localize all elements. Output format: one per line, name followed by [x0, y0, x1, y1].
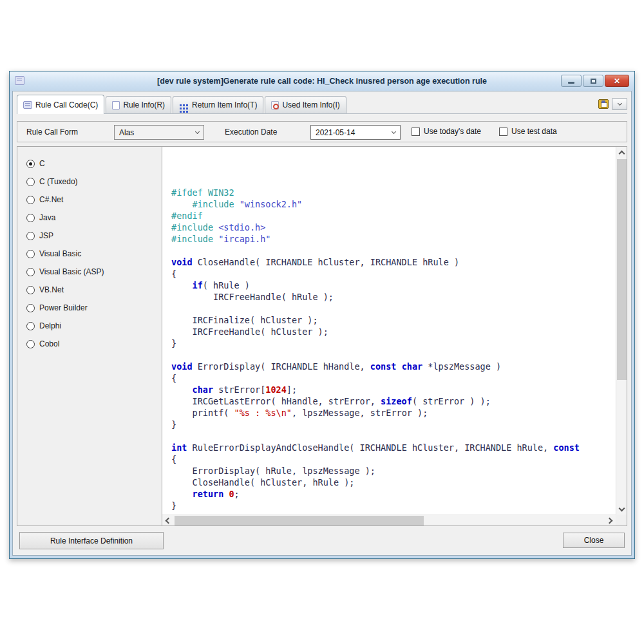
horizontal-scrollbar[interactable]: [162, 515, 616, 526]
code-line: {: [171, 453, 616, 465]
code-editor[interactable]: #ifdef WIN32 #include "winsock2.h"#endif…: [162, 147, 616, 515]
title-bar[interactable]: [dev rule system]Generate rule call code…: [10, 71, 634, 91]
radio-button[interactable]: [26, 178, 35, 186]
execution-date-select[interactable]: 2021-05-14: [310, 125, 401, 140]
radio-button[interactable]: [26, 232, 35, 240]
language-option-vb-net[interactable]: VB.Net: [26, 281, 162, 299]
minimize-button[interactable]: [561, 75, 582, 87]
code-line: void CloseHandle( IRCHANDLE hCluster, IR…: [171, 256, 616, 268]
scroll-right-button[interactable]: [605, 515, 616, 526]
radio-button[interactable]: [26, 160, 35, 168]
rule-call-form-value: Alas: [119, 128, 134, 137]
chevron-up-icon: [619, 150, 625, 156]
rule-call-code-icon: [23, 101, 32, 109]
rule-interface-definition-button[interactable]: Rule Interface Definition: [19, 532, 164, 549]
radio-button[interactable]: [26, 304, 35, 312]
radio-label: Visual Basic: [39, 249, 81, 258]
language-option-c[interactable]: C: [26, 155, 162, 173]
code-line: IRCFinalize( hCluster );: [171, 314, 616, 326]
tab-rule-call-code-c[interactable]: Rule Call Code(C): [17, 95, 104, 114]
tab-return-item-info-t[interactable]: Return Item Info(T): [173, 96, 263, 113]
radio-label: Visual Basic (ASP): [39, 267, 104, 276]
language-option-cobol[interactable]: Cobol: [26, 335, 162, 353]
radio-label: VB.Net: [39, 285, 64, 294]
vertical-scroll-thumb[interactable]: [617, 159, 627, 380]
radio-button[interactable]: [26, 340, 35, 348]
use-todays-date-checkbox[interactable]: [412, 128, 420, 136]
tab-label: Used Item Info(I): [282, 100, 339, 109]
radio-label: C (Tuxedo): [39, 177, 78, 186]
vertical-scrollbar[interactable]: [616, 147, 627, 515]
language-option-power-builder[interactable]: Power Builder: [26, 299, 162, 317]
code-line: [171, 245, 616, 256]
radio-button[interactable]: [26, 214, 35, 222]
save-icon[interactable]: [598, 99, 609, 109]
tab-used-item-info-i[interactable]: Used Item Info(I): [265, 96, 346, 113]
chevron-down-icon: [619, 505, 625, 511]
code-line: }: [171, 500, 616, 511]
tab-bar-right: [598, 98, 627, 113]
scroll-up-button[interactable]: [616, 147, 627, 158]
code-line: ErrorDisplay( hRule, lpszMessage );: [171, 465, 616, 477]
scrollbar-corner: [616, 515, 627, 526]
maximize-button[interactable]: [583, 75, 603, 87]
close-icon: ✕: [614, 77, 620, 85]
code-line: printf( "%s : %s\n", lpszMessage, strErr…: [171, 407, 616, 419]
language-option-c-net[interactable]: C#.Net: [26, 191, 162, 209]
radio-button[interactable]: [26, 250, 35, 258]
language-option-java[interactable]: Java: [26, 209, 162, 227]
chevron-right-icon: [607, 518, 613, 524]
use-todays-date-label: Use today's date: [424, 127, 481, 136]
code-line: return 0;: [171, 488, 616, 500]
code-line: void ErrorDisplay( IRCHANDLE hHandle, co…: [171, 361, 616, 372]
code-line: {: [171, 372, 616, 384]
code-line: }: [171, 419, 616, 430]
language-option-visual-basic[interactable]: Visual Basic: [26, 245, 162, 263]
chevron-down-icon: [195, 129, 200, 133]
scroll-down-button[interactable]: [616, 504, 627, 515]
code-line: #include <stdio.h>: [171, 222, 616, 233]
toolbar: Rule Call Form Alas Execution Date 2021-…: [17, 121, 627, 142]
used-item-info-icon: [271, 101, 279, 109]
use-test-data-option: Use test data: [499, 127, 557, 136]
close-dialog-button[interactable]: Close: [563, 533, 625, 548]
radio-label: Delphi: [39, 321, 61, 330]
code-line: [171, 430, 616, 442]
code-line: if( hRule ): [171, 279, 616, 291]
radio-button[interactable]: [26, 322, 35, 330]
radio-button[interactable]: [26, 286, 35, 294]
close-button[interactable]: ✕: [605, 75, 629, 87]
execution-date-value: 2021-05-14: [316, 128, 355, 137]
code-line: #ifdef WIN32: [171, 187, 616, 198]
code-panel: #ifdef WIN32 #include "winsock2.h"#endif…: [162, 147, 627, 526]
code-line: IRCFreeHandle( hRule );: [171, 291, 616, 303]
language-option-delphi[interactable]: Delphi: [26, 317, 162, 335]
tab-label: Return Item Info(T): [192, 100, 257, 109]
radio-label: C#.Net: [39, 195, 63, 204]
horizontal-scroll-thumb[interactable]: [175, 516, 424, 526]
minimize-icon: [568, 82, 574, 84]
radio-button[interactable]: [26, 196, 35, 204]
language-option-visual-basic-asp[interactable]: Visual Basic (ASP): [26, 263, 162, 281]
use-todays-date-option: Use today's date: [412, 127, 481, 136]
chevron-down-icon: [392, 129, 396, 133]
language-option-c-tuxedo[interactable]: C (Tuxedo): [26, 173, 162, 191]
scroll-left-button[interactable]: [162, 515, 173, 526]
code-line: [171, 303, 616, 314]
tab-rule-info-r[interactable]: Rule Info(R): [106, 96, 171, 113]
tab-bar: Rule Call Code(C)Rule Info(R)Return Item…: [17, 95, 627, 114]
client-area: Rule Call Code(C)Rule Info(R)Return Item…: [12, 91, 632, 556]
use-test-data-checkbox[interactable]: [499, 128, 507, 136]
dialog-window: [dev rule system]Generate rule call code…: [9, 71, 635, 559]
tab-label: Rule Info(R): [123, 100, 165, 109]
tab-label: Rule Call Code(C): [35, 100, 98, 109]
window-title: [dev rule system]Generate rule call code…: [10, 77, 634, 86]
rule-call-form-select[interactable]: Alas: [114, 125, 204, 140]
save-dropdown-button[interactable]: [612, 98, 627, 110]
code-line: #endif: [171, 210, 616, 222]
rule-call-form-label: Rule Call Form: [26, 128, 78, 137]
radio-button[interactable]: [26, 268, 35, 276]
code-line: #include "winsock2.h": [171, 198, 616, 210]
code-line: [171, 349, 616, 361]
language-option-jsp[interactable]: JSP: [26, 227, 162, 245]
